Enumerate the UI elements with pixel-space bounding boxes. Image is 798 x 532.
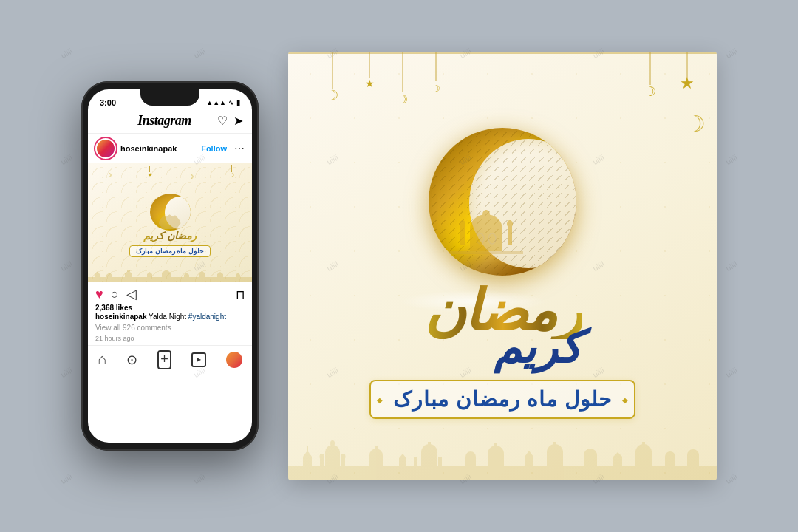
comment-icon[interactable]: ○ — [111, 287, 119, 302]
svg-rect-70 — [438, 457, 442, 466]
share-icon[interactable]: ◁ — [126, 286, 137, 302]
home-nav-icon[interactable]: ⌂ — [98, 351, 106, 368]
search-nav-icon[interactable]: ⊙ — [126, 352, 137, 368]
signal-icon: ▲▲▲ — [206, 99, 226, 106]
hashtag[interactable]: #yaldanight — [188, 313, 226, 321]
svg-marker-84 — [613, 452, 622, 457]
svg-point-60 — [341, 454, 346, 460]
mosque-svg — [442, 203, 531, 270]
svg-marker-51 — [303, 451, 312, 457]
likes-count: 2,368 likes — [88, 304, 252, 312]
caption: hoseinkinapak Yalda Night #yaldanight — [88, 312, 252, 322]
post-options-icon[interactable]: ⋯ — [234, 143, 245, 154]
post-actions: ♥ ○ ◁ ⊓ — [88, 282, 252, 304]
ramadan-card: ☽ ★ ☽ ☽ ☽ ★ ☽ — [288, 52, 717, 480]
svg-marker-15 — [184, 273, 189, 275]
svg-point-58 — [320, 454, 324, 460]
svg-rect-83 — [613, 457, 622, 466]
like-icon[interactable]: ♥ — [95, 287, 103, 302]
username[interactable]: hoseinkinapak — [120, 144, 177, 153]
svg-rect-50 — [303, 457, 312, 466]
svg-point-56 — [330, 440, 335, 446]
card-mini: ☽ ★ ☽ ☽ — [88, 163, 252, 282]
follow-button[interactable]: Follow — [201, 144, 227, 153]
phone-notch — [140, 89, 200, 106]
big-moon — [429, 128, 576, 276]
svg-rect-69 — [414, 457, 417, 466]
svg-marker-5 — [106, 273, 112, 275]
status-icons: ▲▲▲ ∿ ▮ — [206, 99, 240, 106]
caption-tag: Yalda Night — [149, 313, 186, 321]
svg-marker-17 — [199, 271, 205, 273]
big-skyline-svg — [288, 436, 717, 480]
phone-device: 3:00 ▲▲▲ ∿ ▮ Instagram ♡ ➤ — [81, 81, 259, 451]
svg-marker-77 — [525, 451, 533, 457]
svg-point-72 — [466, 451, 476, 462]
post-header: hoseinkinapak Follow ⋯ — [88, 134, 252, 163]
instagram-header: Instagram ♡ ➤ — [88, 110, 252, 134]
side-crescent-right: ☽ — [686, 111, 706, 137]
svg-rect-1 — [95, 274, 100, 277]
phone-wrapper: 3:00 ▲▲▲ ∿ ▮ Instagram ♡ ➤ — [81, 81, 259, 451]
post-image: ☽ ★ ☽ ☽ — [88, 163, 252, 282]
svg-rect-16 — [199, 273, 205, 277]
svg-rect-39 — [485, 210, 487, 214]
svg-marker-3 — [95, 271, 100, 274]
svg-rect-45 — [509, 220, 511, 224]
main-container: 3:00 ▲▲▲ ∿ ▮ Instagram ♡ ➤ — [0, 0, 798, 532]
svg-marker-21 — [236, 273, 240, 275]
mini-moon-container — [150, 194, 191, 231]
svg-rect-42 — [462, 220, 463, 224]
svg-rect-18 — [217, 274, 223, 277]
svg-marker-10 — [147, 272, 152, 274]
reels-nav-icon[interactable]: ▶ — [191, 352, 206, 367]
big-subtitle-box: حلول ماه رمضان مبارک — [369, 380, 635, 419]
svg-rect-76 — [525, 457, 533, 466]
wifi-icon: ∿ — [228, 99, 234, 106]
phone-screen: 3:00 ▲▲▲ ∿ ▮ Instagram ♡ ➤ — [88, 89, 252, 443]
instagram-logo: Instagram — [137, 113, 191, 129]
action-icons-left: ♥ ○ ◁ — [95, 286, 137, 302]
svg-rect-11 — [162, 273, 171, 277]
timestamp: 21 hours ago — [88, 333, 252, 345]
messenger-icon[interactable]: ➤ — [233, 114, 243, 128]
mini-moon — [150, 194, 191, 231]
svg-rect-9 — [147, 274, 152, 277]
svg-point-82 — [584, 449, 597, 462]
svg-rect-8 — [127, 270, 130, 272]
header-icons: ♡ ➤ — [217, 114, 243, 128]
big-moon-container — [399, 128, 606, 305]
svg-point-91 — [687, 449, 699, 461]
calligraphy-wrapper: رمضان كريم — [424, 283, 582, 368]
svg-marker-65 — [399, 454, 406, 458]
battery-icon: ▮ — [236, 99, 240, 106]
svg-point-89 — [665, 451, 675, 462]
svg-rect-52 — [307, 446, 308, 451]
svg-rect-20 — [236, 275, 240, 277]
svg-rect-80 — [553, 442, 556, 452]
svg-marker-19 — [217, 272, 223, 274]
svg-rect-6 — [125, 273, 132, 277]
save-icon[interactable]: ⊓ — [236, 287, 245, 301]
svg-rect-49 — [288, 466, 717, 480]
svg-rect-14 — [184, 275, 189, 277]
phone-bottom-nav: ⌂ ⊙ + ▶ — [88, 345, 252, 372]
svg-rect-64 — [399, 458, 406, 466]
profile-nav-icon[interactable] — [226, 352, 242, 368]
heart-nav-icon[interactable]: ♡ — [217, 114, 228, 128]
svg-rect-68 — [428, 442, 431, 452]
svg-rect-75 — [494, 443, 497, 454]
add-nav-icon[interactable]: + — [157, 350, 171, 369]
svg-rect-63 — [375, 446, 378, 455]
status-time: 3:00 — [100, 98, 116, 107]
avatar[interactable] — [95, 138, 116, 159]
view-comments[interactable]: View all 926 comments — [88, 322, 252, 333]
svg-rect-36 — [470, 229, 502, 251]
mini-hanging-deco: ☽ ★ ☽ ☽ — [88, 163, 252, 185]
big-calligraphy: رمضان كريم — [424, 283, 582, 368]
caption-username: hoseinkinapak — [95, 313, 146, 321]
svg-rect-0 — [88, 277, 252, 282]
mini-skyline-svg — [88, 270, 252, 282]
post-user: hoseinkinapak — [95, 138, 177, 159]
svg-rect-13 — [165, 270, 168, 270]
